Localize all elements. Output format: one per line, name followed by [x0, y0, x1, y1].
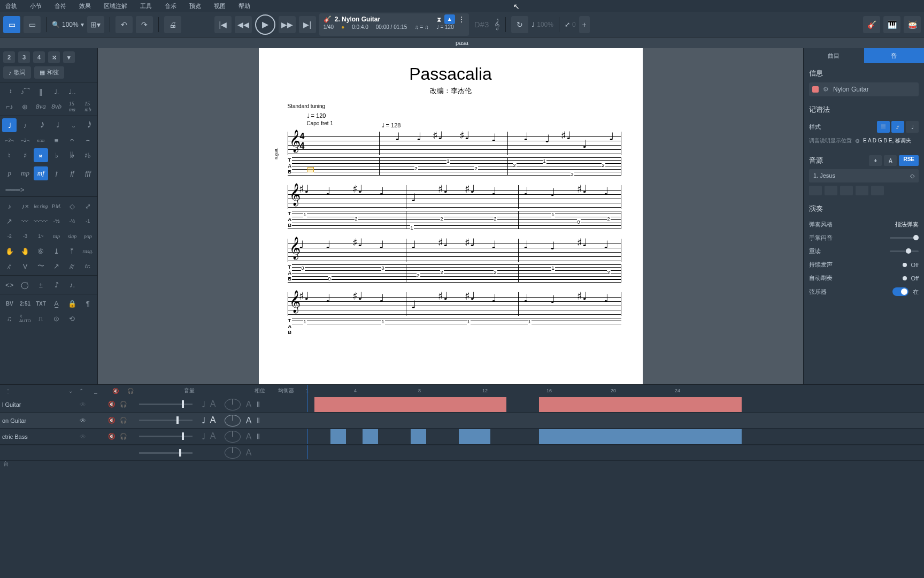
- track-chip[interactable]: ⚙ Nylon Guitar: [809, 82, 919, 96]
- tool-box-a[interactable]: A̲: [49, 296, 64, 310]
- document-tab[interactable]: pasa: [456, 40, 468, 46]
- tool-tremolo[interactable]: ⊕: [18, 100, 32, 113]
- tool-natural[interactable]: ♮: [2, 148, 17, 162]
- duration-whole[interactable]: 𝅝: [65, 118, 79, 132]
- settings-icon[interactable]: ⚙: [823, 86, 829, 93]
- volume-slider[interactable]: [139, 420, 192, 421]
- eye-icon[interactable]: 👁: [80, 401, 86, 408]
- master-pan-knob[interactable]: [225, 447, 241, 459]
- collapse-up-icon[interactable]: ⌃: [79, 388, 83, 394]
- inspector-tab-track[interactable]: 曲目: [804, 48, 864, 63]
- tool-tenuto[interactable]: ±: [34, 278, 48, 292]
- rse-button[interactable]: RSE: [899, 155, 919, 166]
- pan-knob[interactable]: [225, 431, 241, 443]
- tool-tr[interactable]: tr.: [81, 259, 95, 273]
- multi-voice-button[interactable]: ⤨: [48, 51, 60, 63]
- tuplet-2[interactable]: ⌐2¬: [18, 133, 32, 147]
- play-button[interactable]: ▶: [255, 14, 275, 35]
- gear-icon[interactable]: ⚙: [855, 138, 860, 144]
- duration-32nd[interactable]: 𝅘𝅥𝅰: [81, 118, 95, 132]
- mute-icon[interactable]: 🔇: [108, 417, 116, 424]
- tuplet-n[interactable]: n:m: [34, 133, 48, 147]
- tool-staccato[interactable]: ◯̇: [18, 278, 32, 292]
- tool-stroke-down[interactable]: ⤓: [49, 244, 64, 258]
- dyn-f[interactable]: f: [49, 166, 64, 180]
- tuplet-3[interactable]: ⌐3¬: [2, 133, 17, 147]
- transpose-up-button[interactable]: +: [579, 16, 590, 33]
- collapse-down-icon[interactable]: ⌄: [68, 388, 73, 394]
- tool-ghost[interactable]: ♪: [2, 199, 17, 213]
- menu-section[interactable]: 区域注解: [104, 2, 127, 10]
- tool-15mb[interactable]: 15mb: [81, 100, 95, 113]
- menu-track[interactable]: 音轨: [5, 2, 17, 10]
- tool-enharmonic[interactable]: ♯♭: [81, 148, 95, 162]
- tool-double-flat[interactable]: 𝄫: [65, 148, 79, 162]
- tool-palm-mute[interactable]: P.M.: [49, 199, 64, 213]
- tool-fermata[interactable]: 𝄐: [65, 133, 79, 147]
- dyn-mf[interactable]: mf: [34, 166, 48, 180]
- tool-bend[interactable]: ↗: [2, 214, 17, 228]
- tool-paragraph[interactable]: ¶: [81, 296, 95, 310]
- tool-accent[interactable]: <>: [2, 278, 17, 292]
- add-sound-button[interactable]: +: [869, 155, 882, 166]
- voice-dropdown-button[interactable]: ▾: [63, 51, 75, 63]
- tool-arpeggio-up[interactable]: ⫻: [65, 259, 79, 273]
- transpose-control[interactable]: ⤢ 0: [565, 21, 576, 28]
- lyrics-button[interactable]: ♪ 歌词: [3, 66, 31, 79]
- accent-slider[interactable]: [890, 250, 919, 252]
- mixer-menu-icon[interactable]: ⋮: [5, 388, 11, 394]
- duration-quarter[interactable]: ♩: [2, 118, 17, 132]
- solo-icon[interactable]: 🎧: [120, 401, 127, 408]
- tool-slide[interactable]: ⤢: [81, 199, 95, 213]
- tool-beam-group[interactable]: ♫: [2, 311, 17, 325]
- tool-pop[interactable]: pop: [81, 229, 95, 243]
- eye-icon[interactable]: 👁: [80, 433, 86, 440]
- rewind-button[interactable]: ◀◀: [235, 16, 252, 33]
- sound-bank-item[interactable]: 1. Jesus ◇: [809, 169, 919, 182]
- zoom-control[interactable]: 🔍 100% ▾: [52, 21, 84, 28]
- tool-rest[interactable]: 𝄽: [2, 85, 17, 98]
- eq-icon[interactable]: ⦀: [257, 400, 267, 409]
- mixer-track-3[interactable]: ctric Bass 👁 🔇🎧 ♩A A ⦀: [0, 429, 924, 445]
- notation-style-standard[interactable]: ♩: [906, 121, 919, 133]
- fret-3[interactable]: -3: [18, 229, 32, 243]
- view-screen-button[interactable]: ▭: [24, 16, 41, 33]
- sound-preset-1[interactable]: [809, 186, 822, 195]
- solo-icon[interactable]: 🎧: [120, 433, 127, 440]
- timesig-icon[interactable]: 𝄞: [494, 19, 500, 30]
- tool-tap[interactable]: tap: [49, 229, 64, 243]
- voice-3-button[interactable]: 3: [18, 51, 30, 63]
- loop-button[interactable]: ↻: [511, 16, 528, 33]
- tool-8va[interactable]: 8va: [34, 100, 48, 113]
- tool-let-ring[interactable]: let ring: [34, 199, 48, 213]
- more-icon[interactable]: ⋮: [458, 16, 465, 23]
- duration-eighth[interactable]: ♪: [18, 118, 32, 132]
- dyn-p[interactable]: p: [2, 166, 17, 180]
- tool-hand-left[interactable]: ✋: [2, 244, 17, 258]
- eq-icon[interactable]: ⦀: [257, 416, 267, 425]
- metronome-button[interactable]: ▲: [444, 14, 455, 24]
- tool-stroke-up[interactable]: ⤒: [65, 244, 79, 258]
- menu-tools[interactable]: 工具: [140, 2, 152, 10]
- tool-auto[interactable]: ♫AUTO: [18, 311, 32, 325]
- tool-8vb[interactable]: 8vb: [49, 100, 64, 113]
- hourglass-icon[interactable]: ⧗: [437, 16, 441, 23]
- tool-timer[interactable]: 2:51: [18, 296, 32, 310]
- tool-hand-right[interactable]: 🤚: [18, 244, 32, 258]
- tool-double-sharp[interactable]: 𝄪: [34, 148, 48, 162]
- undo-button[interactable]: ↶: [116, 16, 133, 33]
- menu-preview[interactable]: 预览: [189, 2, 201, 10]
- tool-grace[interactable]: ⌐♪: [2, 100, 17, 113]
- dyn-fff[interactable]: fff: [81, 166, 95, 180]
- tool-direction[interactable]: ⊙: [49, 311, 64, 325]
- strings-toggle[interactable]: [892, 287, 908, 296]
- menu-effect[interactable]: 效果: [79, 2, 91, 10]
- tool-txt[interactable]: TXT: [34, 296, 48, 310]
- keyboard-button[interactable]: 🎹: [883, 16, 900, 33]
- tool-wah[interactable]: ↗: [49, 259, 64, 273]
- edit-cursor[interactable]: [307, 167, 314, 172]
- speed-control[interactable]: ♩100%: [532, 21, 553, 28]
- tool-marcato[interactable]: ♪̂: [49, 278, 64, 292]
- tool-wide-vibrato[interactable]: 〰〰: [34, 214, 48, 228]
- tool[interactable]: [81, 85, 95, 98]
